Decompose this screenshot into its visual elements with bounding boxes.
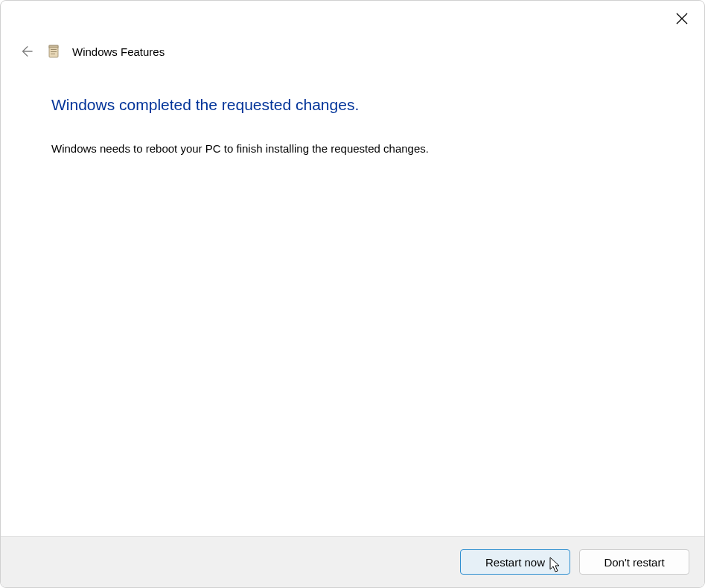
svg-rect-4 (51, 49, 57, 50)
dont-restart-button[interactable]: Don't restart (579, 549, 689, 575)
header: Windows Features (17, 42, 165, 60)
window-title: Windows Features (72, 45, 165, 58)
restart-now-button[interactable]: Restart now (460, 549, 570, 575)
content-area: Windows completed the requested changes.… (51, 96, 654, 155)
svg-rect-5 (51, 51, 57, 52)
svg-rect-6 (51, 54, 55, 54)
windows-features-icon (47, 44, 62, 59)
heading: Windows completed the requested changes. (51, 96, 654, 114)
close-icon (676, 13, 688, 25)
back-arrow-icon (19, 45, 33, 58)
close-button[interactable] (673, 10, 691, 28)
back-button[interactable] (17, 42, 35, 60)
footer: Restart now Don't restart (1, 536, 704, 587)
body-text: Windows needs to reboot your PC to finis… (51, 142, 654, 155)
svg-rect-3 (49, 45, 58, 48)
